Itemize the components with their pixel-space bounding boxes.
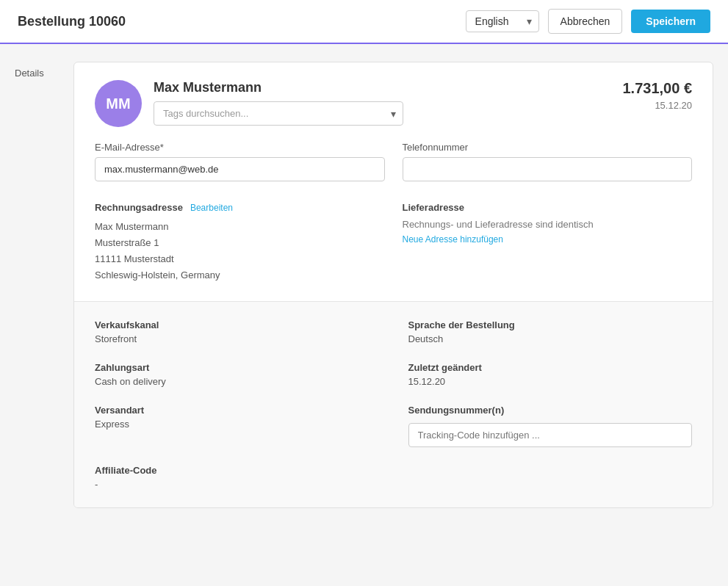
contact-form-row: E-Mail-Adresse* Telefonnummer <box>95 142 692 181</box>
billing-line4: Schleswig-Holstein, Germany <box>95 267 385 283</box>
shipping-address-col: Lieferadresse Rechnungs- und Lieferadres… <box>403 202 693 283</box>
affiliate-label: Affiliate-Code <box>95 465 379 476</box>
tags-select-wrapper: Tags durchsuchen... <box>154 101 403 126</box>
verkaufskanal-item: Verkaufskanal Storefront <box>95 319 379 344</box>
versandart-label: Versandart <box>95 405 379 416</box>
billing-address-header: Rechnungsadresse Bearbeiten <box>95 202 385 213</box>
billing-line3: 11111 Musterstadt <box>95 251 385 267</box>
zahlungsart-item: Zahlungsart Cash on delivery <box>95 362 379 387</box>
billing-line2: Musterstraße 1 <box>95 235 385 251</box>
billing-address-title: Rechnungsadresse <box>95 202 183 213</box>
verkaufskanal-label: Verkaufskanal <box>95 319 379 330</box>
same-address-text: Rechnungs- und Lieferadresse sind identi… <box>403 219 693 230</box>
affiliate-value: - <box>95 479 379 490</box>
main-content: Details MM Max Mustermann Tags durchsuch… <box>0 44 728 526</box>
zahlungsart-value: Cash on delivery <box>95 376 379 387</box>
sendung-label: Sendungsnummer(n) <box>408 405 693 416</box>
save-button[interactable]: Speichern <box>631 10 710 33</box>
email-field-group: E-Mail-Adresse* <box>95 142 385 181</box>
shipping-address-header: Lieferadresse <box>403 202 693 213</box>
zuletzt-value: 15.12.20 <box>408 376 693 387</box>
phone-input[interactable] <box>403 157 693 181</box>
affiliate-item: Affiliate-Code - <box>95 465 379 490</box>
card-bottom-section: Verkaufskanal Storefront Sprache der Bes… <box>74 302 713 507</box>
billing-address-col: Rechnungsadresse Bearbeiten Max Musterma… <box>95 202 385 283</box>
sprache-value: Deutsch <box>408 333 693 344</box>
sendung-item: Sendungsnummer(n) <box>408 405 693 447</box>
customer-details: Max Mustermann Tags durchsuchen... <box>154 80 622 126</box>
phone-label: Telefonnummer <box>403 142 693 153</box>
cancel-button[interactable]: Abbrechen <box>548 9 623 34</box>
sidebar-details-label: Details <box>15 62 59 508</box>
zuletzt-label: Zuletzt geändert <box>408 362 693 373</box>
customer-row: MM Max Mustermann Tags durchsuchen... 1.… <box>95 80 692 127</box>
verkaufskanal-value: Storefront <box>95 333 379 344</box>
customer-info: MM Max Mustermann Tags durchsuchen... <box>95 80 622 127</box>
shipping-address-title: Lieferadresse <box>403 202 465 213</box>
sprache-label: Sprache der Bestellung <box>408 319 693 330</box>
billing-address-text: Max Mustermann Musterstraße 1 11111 Must… <box>95 219 385 283</box>
sprache-item: Sprache der Bestellung Deutsch <box>408 319 693 344</box>
language-select[interactable]: English Deutsch Français <box>466 10 539 32</box>
order-info-grid: Verkaufskanal Storefront Sprache der Bes… <box>95 319 692 490</box>
address-row: Rechnungsadresse Bearbeiten Max Musterma… <box>95 202 692 283</box>
tags-select[interactable]: Tags durchsuchen... <box>154 101 403 126</box>
avatar: MM <box>95 80 142 127</box>
add-address-link[interactable]: Neue Adresse hinzufügen <box>403 234 693 245</box>
billing-line1: Max Mustermann <box>95 219 385 235</box>
phone-field-group: Telefonnummer <box>403 142 693 181</box>
order-date: 15.12.20 <box>622 100 692 111</box>
email-input[interactable] <box>95 157 385 181</box>
header: Bestellung 10060 English Deutsch Françai… <box>0 0 728 44</box>
zahlungsart-label: Zahlungsart <box>95 362 379 373</box>
order-summary: 1.731,00 € 15.12.20 <box>622 80 692 111</box>
page-title: Bestellung 10060 <box>18 14 126 29</box>
email-label: E-Mail-Adresse* <box>95 142 385 153</box>
edit-billing-link[interactable]: Bearbeiten <box>190 203 233 213</box>
details-card: MM Max Mustermann Tags durchsuchen... 1.… <box>73 62 713 508</box>
versandart-item: Versandart Express <box>95 405 379 447</box>
header-actions: English Deutsch Français Abbrechen Speic… <box>466 9 710 34</box>
zuletzt-item: Zuletzt geändert 15.12.20 <box>408 362 693 387</box>
order-amount: 1.731,00 € <box>622 80 692 97</box>
language-selector-wrapper: English Deutsch Français <box>466 10 539 32</box>
versandart-value: Express <box>95 419 379 430</box>
customer-name: Max Mustermann <box>154 80 622 95</box>
card-top-section: MM Max Mustermann Tags durchsuchen... 1.… <box>74 62 713 302</box>
tracking-input[interactable] <box>408 423 693 447</box>
